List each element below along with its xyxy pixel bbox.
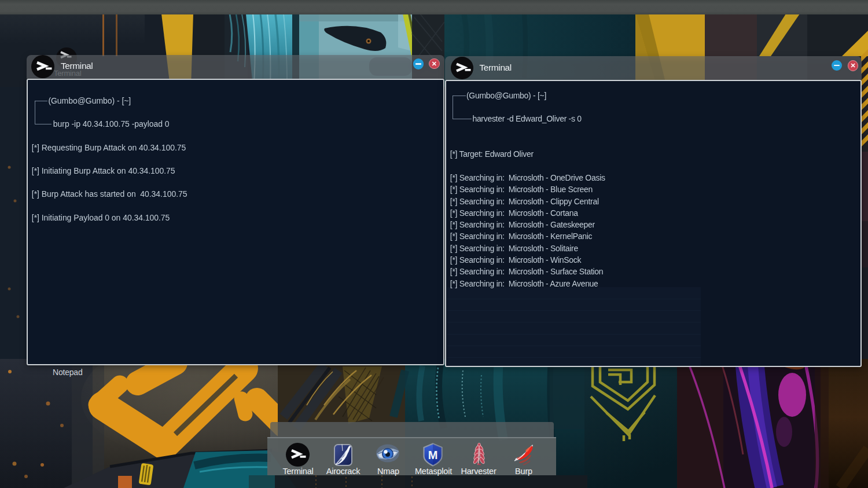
svg-text:M: M bbox=[428, 449, 438, 461]
